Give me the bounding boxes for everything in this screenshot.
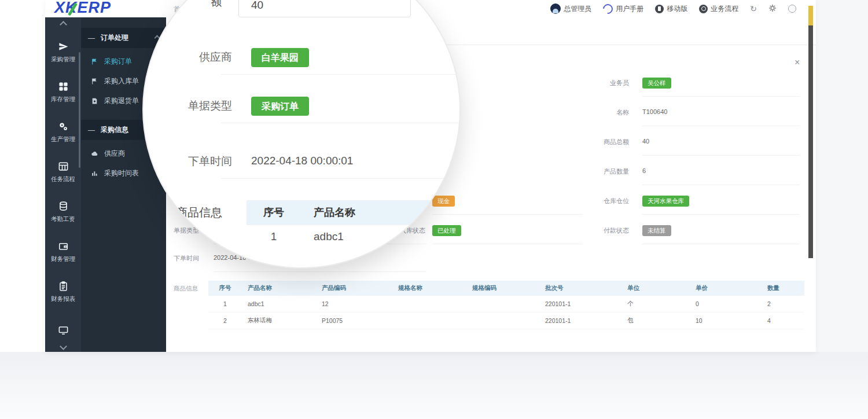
field-value: 6 bbox=[642, 167, 646, 174]
products-column-header: 序号 bbox=[208, 281, 242, 296]
field-underline bbox=[432, 244, 583, 244]
status-circle-icon[interactable] bbox=[788, 5, 796, 13]
icon-rail-sidebar: 采购管理库存管理生产管理任务流程考勤工资财务管理财务报表 bbox=[45, 17, 81, 352]
magnified-amount-value: 40 bbox=[251, 0, 263, 12]
mobile-version-link[interactable]: 移动版 bbox=[655, 4, 687, 14]
products-column-header: 单价 bbox=[690, 281, 762, 296]
submenu-item-label: 采购订单 bbox=[104, 57, 132, 67]
product-cell: 4 bbox=[762, 313, 804, 329]
sidebar-item-label: 采购管理 bbox=[51, 56, 75, 64]
field-underline bbox=[214, 271, 426, 272]
product-cell: adbc1 bbox=[242, 296, 316, 313]
product-table-row[interactable]: 1adbc112220101-1个02 bbox=[208, 296, 804, 313]
products-column-header: 数量 bbox=[762, 281, 804, 296]
product-cell bbox=[466, 313, 539, 329]
mobile-version-label: 移动版 bbox=[667, 4, 687, 14]
products-column-header: 单位 bbox=[621, 281, 690, 296]
product-cell: P10075 bbox=[316, 313, 392, 329]
scrollbar-thumb[interactable] bbox=[808, 25, 813, 258]
magnified-amount-input[interactable] bbox=[238, 0, 411, 17]
field-label: 业务员 bbox=[564, 79, 629, 87]
sidebar-item-财务报表[interactable]: 财务报表 bbox=[45, 272, 81, 312]
doc-icon bbox=[91, 97, 98, 105]
clipboard-icon bbox=[58, 281, 69, 292]
mobile-icon bbox=[655, 5, 664, 13]
process-icon bbox=[699, 5, 708, 13]
sidebar-item-采购管理[interactable]: 采购管理 bbox=[45, 32, 81, 72]
sidebar-item-label: 考勤工资 bbox=[51, 215, 75, 223]
magnified-amount-label: 额 bbox=[211, 0, 222, 9]
sidebar-item-考勤工资[interactable]: 考勤工资 bbox=[45, 192, 81, 232]
field-value: 白羊果园 bbox=[251, 48, 309, 67]
business-process-label: 业务流程 bbox=[711, 4, 738, 14]
product-table-row[interactable]: 2东林话梅P10075220101-1包104 bbox=[208, 313, 804, 329]
grid-icon bbox=[58, 81, 69, 92]
magnified-cell: 1 bbox=[247, 225, 301, 249]
sidebar-item-生产管理[interactable]: 生产管理 bbox=[45, 112, 81, 152]
business-process-link[interactable]: 业务流程 bbox=[699, 4, 738, 14]
coins-icon bbox=[58, 201, 69, 212]
magnified-column-header: 序号 bbox=[247, 200, 301, 225]
field-value: 40 bbox=[642, 138, 649, 145]
field-value: 天河水果仓库 bbox=[642, 196, 689, 207]
field-label: 产品数量 bbox=[564, 167, 629, 176]
close-panel-button[interactable]: × bbox=[795, 58, 800, 67]
sidebar-item-财务管理[interactable]: 财务管理 bbox=[45, 232, 81, 272]
field-value: 现金 bbox=[432, 196, 455, 207]
products-column-header: 规格编码 bbox=[466, 281, 539, 296]
products-column-header: 规格名称 bbox=[392, 281, 466, 296]
submenu-group-订单处理[interactable]: —订单处理 bbox=[81, 28, 166, 48]
submenu-group-title: 订单处理 bbox=[101, 33, 155, 43]
page-background-bottom bbox=[0, 352, 868, 419]
product-cell: 东林话梅 bbox=[242, 313, 316, 329]
rail-scroll-up-icon[interactable] bbox=[60, 21, 67, 28]
header-right-menu: 总管理员 用户手册 移动版 业务流程 ↻ bbox=[550, 0, 796, 17]
manual-icon bbox=[601, 2, 615, 16]
field-value: 采购订单 bbox=[251, 97, 309, 116]
products-column-header: 产品编码 bbox=[316, 281, 392, 296]
monitor-icon bbox=[58, 325, 69, 336]
product-cell bbox=[392, 296, 466, 313]
field-label: 商品总额 bbox=[564, 138, 629, 146]
product-cell: 0 bbox=[690, 296, 762, 313]
field-underline bbox=[221, 178, 461, 179]
field-label: 付款状态 bbox=[564, 226, 629, 235]
sidebar-item-label: 财务报表 bbox=[51, 295, 75, 303]
sidebar-item-库存管理[interactable]: 库存管理 bbox=[45, 72, 81, 112]
field-label: 供应商 bbox=[155, 50, 232, 65]
dash-icon: — bbox=[88, 34, 97, 42]
sidebar-item-任务流程[interactable]: 任务流程 bbox=[45, 152, 81, 192]
submenu-item-label: 采购退货单 bbox=[104, 96, 139, 106]
field-label: 下单时间 bbox=[174, 254, 214, 263]
user-menu[interactable]: 总管理员 bbox=[550, 3, 591, 14]
page-scrollbar[interactable] bbox=[808, 0, 813, 272]
field-label: 下单时间 bbox=[155, 154, 232, 169]
product-cell: 个 bbox=[621, 296, 690, 313]
field-underline bbox=[221, 123, 461, 123]
top-header: XKERP 首页/采购订单 总管理员 用户手册 移动版 业务流程 ↻ bbox=[45, 0, 816, 18]
table-icon bbox=[58, 161, 69, 172]
rail-items: 采购管理库存管理生产管理任务流程考勤工资财务管理财务报表 bbox=[45, 32, 81, 352]
gear-icon[interactable] bbox=[768, 4, 777, 13]
submenu-item-label: 采购时间表 bbox=[104, 168, 139, 178]
field-value: 吴公样 bbox=[642, 78, 671, 89]
products-table: 序号产品名称产品编码规格名称规格编码批次号单位单价数量1adbc11222010… bbox=[208, 281, 804, 329]
product-cell: 220101-1 bbox=[539, 296, 621, 313]
field-underline bbox=[221, 74, 461, 75]
product-cell: 2 bbox=[762, 296, 804, 313]
field-underline bbox=[642, 126, 800, 126]
scrollbar-highlight bbox=[808, 6, 813, 25]
sidebar-item-label: 生产管理 bbox=[51, 135, 75, 144]
product-cell: 10 bbox=[690, 313, 762, 329]
product-cell: 1 bbox=[208, 296, 242, 313]
refresh-icon[interactable]: ↻ bbox=[750, 5, 757, 13]
rail-scrollbar[interactable] bbox=[79, 52, 80, 168]
cloud-icon bbox=[91, 150, 98, 157]
field-underline bbox=[642, 155, 800, 156]
sidebar-item-label: 财务管理 bbox=[51, 255, 75, 263]
submenu-item-label: 供应商 bbox=[104, 149, 125, 159]
paper-plane-icon bbox=[58, 41, 69, 52]
product-cell bbox=[466, 296, 539, 313]
product-cell bbox=[392, 313, 466, 329]
user-manual-link[interactable]: 用户手册 bbox=[603, 4, 643, 14]
